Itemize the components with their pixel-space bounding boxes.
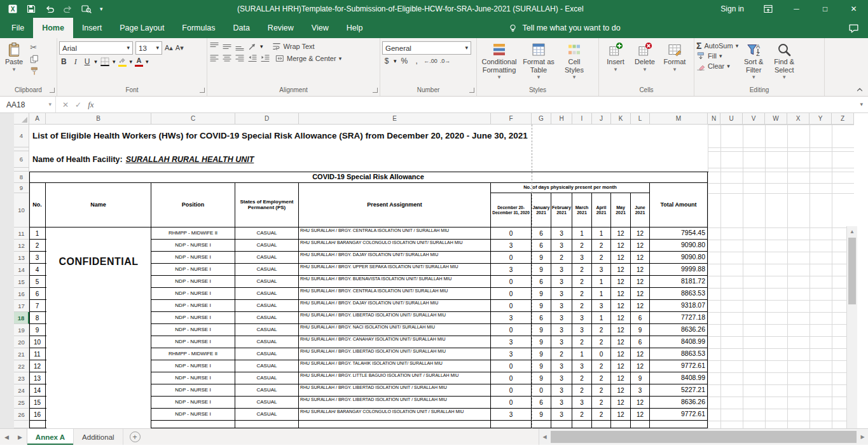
cell-days[interactable]: 3 [491, 348, 532, 360]
table-cell[interactable] [650, 421, 708, 428]
ribbon-tab-insert[interactable]: Insert [73, 18, 111, 38]
ribbon-tab-review[interactable]: Review [259, 18, 303, 38]
cell-days[interactable]: 2 [592, 324, 611, 336]
cell-days[interactable]: 3 [551, 397, 572, 409]
cell-total[interactable]: 8863.53 [650, 348, 708, 360]
cell-days[interactable]: 0 [491, 252, 532, 264]
header-month-3[interactable]: February 2021 [551, 193, 572, 227]
cell-days[interactable]: 9 [631, 372, 650, 384]
cell-no[interactable]: 14 [29, 384, 46, 397]
cell-total[interactable]: 9318.07 [650, 300, 708, 312]
cell-assignment[interactable]: RHU SURALLAH / BRGY. LIBERTAD ISOLATION … [299, 312, 491, 324]
row-header-26[interactable]: 26 [14, 409, 29, 421]
vertical-scroll-thumb[interactable] [848, 238, 856, 304]
bold-button[interactable]: B [59, 57, 69, 66]
increase-font-size-icon[interactable]: A▴ [165, 44, 173, 52]
cell-days[interactable]: 0 [491, 288, 532, 300]
cell-days[interactable]: 9 [631, 324, 650, 336]
column-header-U[interactable]: U [720, 113, 743, 125]
ribbon-tab-formulas[interactable]: Formulas [173, 18, 224, 38]
cell-days[interactable]: 2 [592, 372, 611, 384]
column-header-D[interactable]: D [235, 113, 299, 125]
column-header-E[interactable]: E [299, 113, 491, 125]
decrease-indent-icon[interactable] [247, 53, 258, 64]
column-header-J[interactable]: J [592, 113, 611, 125]
table-cell[interactable] [299, 421, 491, 428]
column-header-Z[interactable]: Z [832, 113, 854, 125]
cell-total[interactable]: 5227.21 [650, 384, 708, 397]
cell-position[interactable]: NDP - NURSE I [151, 324, 235, 336]
cell-days[interactable]: 2 [572, 384, 592, 397]
cell-days[interactable]: 12 [611, 252, 631, 264]
number-format-select[interactable]: General ▾ [382, 41, 471, 55]
cell-status[interactable]: CASUAL [235, 324, 299, 336]
align-center-icon[interactable] [222, 53, 232, 64]
cell-status[interactable]: CASUAL [235, 288, 299, 300]
cell-days[interactable]: 0 [491, 384, 532, 397]
horizontal-scrollbar[interactable]: ◀ ▶ [539, 429, 868, 445]
cell-total[interactable]: 7954.45 [650, 227, 708, 240]
column-header-I[interactable]: I [572, 113, 592, 125]
cell-days[interactable]: 9 [532, 264, 551, 276]
cell-days[interactable]: 6 [631, 312, 650, 324]
cell-styles-button[interactable]: Cell Styles ▾ [558, 41, 591, 86]
cell-days[interactable]: 12 [631, 240, 650, 252]
name-box[interactable]: AA18 ▾ [0, 97, 56, 112]
cell-position[interactable]: NDP - NURSE I [151, 360, 235, 372]
column-header-B[interactable]: B [46, 113, 151, 125]
cell-days[interactable]: 0 [491, 360, 532, 372]
accounting-caret-icon[interactable]: ▾ [394, 58, 397, 64]
cell-days[interactable]: 2 [551, 348, 572, 360]
cell-no[interactable]: 5 [29, 276, 46, 288]
copy-icon[interactable] [30, 55, 39, 64]
cell-assignment[interactable]: RHU SURALLAH / BRGY. NACI ISOLATION UNIT… [299, 324, 491, 336]
cell-days[interactable]: 3 [491, 409, 532, 421]
cell-days[interactable]: 3 [631, 384, 650, 397]
cell-total[interactable]: 7727.18 [650, 312, 708, 324]
horizontal-scroll-thumb[interactable] [551, 431, 857, 443]
header-month-1[interactable]: December 20-December 31, 2020 [491, 193, 532, 227]
cell-days[interactable]: 2 [572, 409, 592, 421]
conditional-formatting-button[interactable]: Conditional Formatting ▾ [479, 41, 520, 86]
cell-total[interactable]: 9772.61 [650, 409, 708, 421]
cell-days[interactable]: 12 [611, 336, 631, 348]
cell-assignment[interactable]: RHU SURALLAH/ BARANGAY COLONGULO ISOLATI… [299, 409, 491, 421]
format-painter-icon[interactable] [30, 67, 39, 76]
row-header-24[interactable]: 24 [14, 384, 29, 397]
align-bottom-icon[interactable] [235, 41, 245, 51]
cell-assignment[interactable]: RHU SURALLAH / BRGY. LIBERTAD ISOLATION … [299, 397, 491, 409]
cell-no[interactable]: 7 [29, 300, 46, 312]
column-header-F[interactable]: F [491, 113, 532, 125]
cell-assignment[interactable]: RHU SURALLAH / BRGY. TALAHIK ISOLATION U… [299, 360, 491, 372]
cell-days[interactable]: 12 [631, 288, 650, 300]
cell-assignment[interactable]: RHU SURALLAH / BRGY. DAJAY ISOLATION UNI… [299, 300, 491, 312]
cancel-icon[interactable]: ✕ [62, 100, 69, 109]
cell-days[interactable]: 12 [631, 360, 650, 372]
cell-days[interactable]: 6 [532, 276, 551, 288]
clipboard-dialog-launcher-icon[interactable] [50, 88, 55, 93]
tell-me-box[interactable]: Tell me what you want to do [508, 18, 620, 38]
column-header-A[interactable]: A [29, 113, 46, 125]
cell-days[interactable]: 12 [611, 312, 631, 324]
font-dialog-launcher-icon[interactable] [200, 88, 205, 93]
row-header-11[interactable]: 11 [14, 227, 29, 240]
cell-days[interactable]: 3 [551, 288, 572, 300]
orientation-caret-icon[interactable]: ▾ [260, 44, 263, 50]
maximize-button[interactable]: □ [811, 0, 839, 18]
sheet-tab-additional[interactable]: Additional [74, 429, 123, 445]
cell-no[interactable]: 1 [29, 227, 46, 240]
cell-position[interactable]: NDP - NURSE I [151, 372, 235, 384]
covid-sra-header[interactable]: COVID-19 Special Risk Allowance [29, 172, 708, 183]
ribbon-tab-page-layout[interactable]: Page Layout [111, 18, 173, 38]
row-header-15[interactable]: 15 [14, 276, 29, 288]
save-icon[interactable] [26, 4, 36, 14]
cell-days[interactable]: 12 [611, 360, 631, 372]
cell-position[interactable]: NDP - NURSE I [151, 288, 235, 300]
cell-days[interactable]: 3 [551, 372, 572, 384]
header-month-6[interactable]: May 2021 [611, 193, 631, 227]
cell-days[interactable]: 9 [532, 409, 551, 421]
sheet-nav-right-icon[interactable]: ▶ [13, 429, 27, 445]
cell-position[interactable]: NDP - NURSE I [151, 312, 235, 324]
table-cell[interactable] [611, 421, 631, 428]
cell-assignment[interactable]: RHU SURALLAH / BRGY. LIBERTAD ISOLATION … [299, 384, 491, 397]
